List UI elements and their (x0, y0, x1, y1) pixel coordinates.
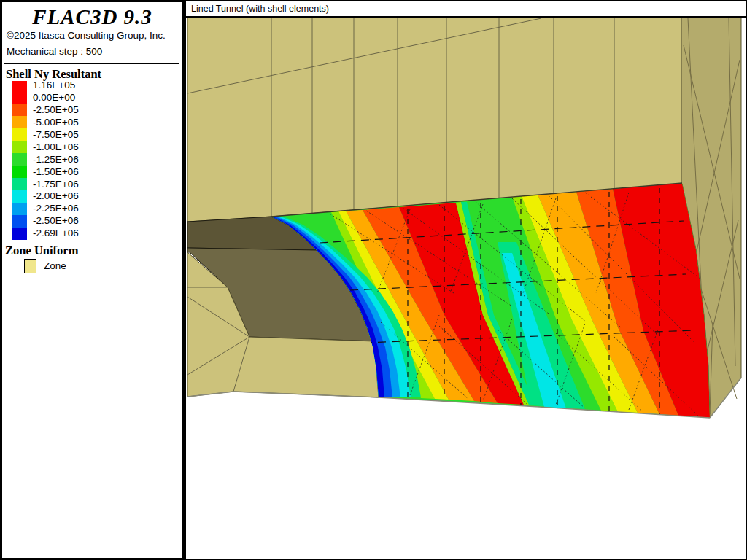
zone-label: Zone (44, 260, 66, 271)
shell-legend-colorbar (12, 81, 27, 240)
legend-separator (4, 63, 179, 64)
render-view: Lined Tunnel (with shell elements) (185, 0, 747, 560)
shell-legend-value: -2.50E+05 (33, 104, 79, 117)
shell-legend-value: -7.50E+05 (33, 129, 79, 141)
shell-legend-color-block (12, 81, 27, 104)
shell-legend-color-block (12, 166, 27, 178)
shell-legend-value: -2.69E+06 (33, 228, 79, 240)
shell-legend-values: 1.16E+050.00E+00-2.50E+05-5.00E+05-7.50E… (33, 79, 79, 240)
legend-panel: FLAC3D 9.3 ©2025 Itasca Consulting Group… (0, 0, 185, 560)
shell-legend-value: 0.00E+00 (33, 92, 79, 104)
zone-color-swatch (24, 259, 36, 273)
shell-legend-color-block (12, 153, 27, 166)
app-title: FLAC3D 9.3 (2, 5, 182, 29)
shell-legend-color-block (12, 128, 27, 141)
shell-legend-value: -1.00E+06 (33, 141, 79, 154)
shell-legend-color-block (12, 203, 27, 215)
mechanical-step-label: Mechanical step : 500 (7, 46, 102, 57)
shell-legend-color-block (12, 190, 27, 203)
shell-legend-value: -1.75E+06 (33, 179, 79, 191)
shell-legend-value: -1.25E+06 (33, 154, 79, 166)
view-titlebar: Lined Tunnel (with shell elements) (186, 1, 746, 18)
copyright-text: ©2025 Itasca Consulting Group, Inc. (7, 30, 166, 41)
viewport-3d-render[interactable] (186, 18, 746, 559)
shell-legend-color-block (12, 228, 27, 240)
zone-legend-title: Zone Uniform (5, 244, 78, 258)
shell-legend-color-block (12, 178, 27, 190)
shell-legend-value: -1.50E+06 (33, 166, 79, 179)
shell-legend-color-block (12, 104, 27, 116)
flac3d-app-window: { "sidebar": { "app_title": "FLAC3D 9.3"… (0, 0, 747, 560)
shell-legend-value: -5.00E+05 (33, 117, 79, 129)
shell-legend-value: -2.00E+06 (33, 190, 79, 203)
shell-legend-value: -2.50E+06 (33, 215, 79, 228)
shell-legend-color-block (12, 215, 27, 228)
shell-legend-color-block (12, 116, 27, 128)
shell-legend-value: -2.25E+06 (33, 203, 79, 215)
shell-legend-color-block (12, 141, 27, 153)
shell-legend-value: 1.16E+05 (33, 79, 79, 92)
view-title: Lined Tunnel (with shell elements) (191, 4, 329, 14)
